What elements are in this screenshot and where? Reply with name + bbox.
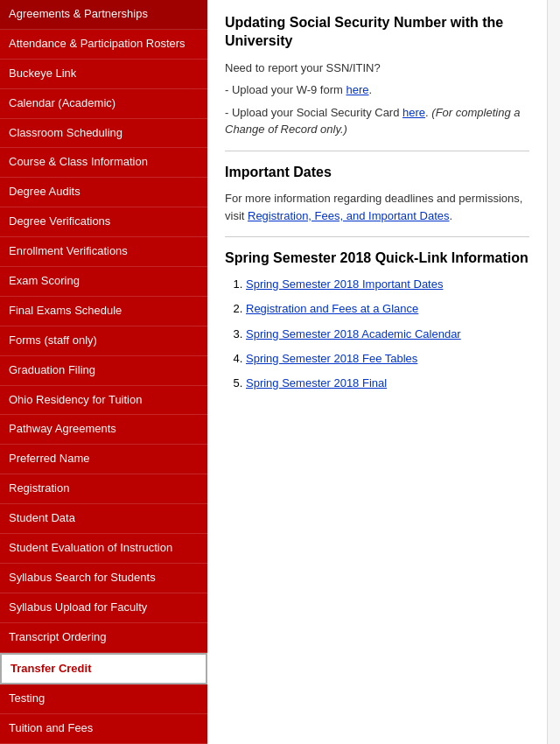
important-dates-paragraph: For more information regarding deadlines…: [225, 190, 529, 224]
sidebar-item-transcript-ordering[interactable]: Transcript Ordering: [0, 623, 207, 653]
link-1-link[interactable]: Spring Semester 2018 Important Dates: [246, 277, 443, 291]
sidebar-item-degree-verifications[interactable]: Degree Verifications: [0, 207, 207, 237]
w9-link[interactable]: here: [346, 83, 368, 96]
list-item: Spring Semester 2018 Final: [246, 376, 529, 391]
ssn-bullet-1: - Upload your W-9 form here.: [225, 81, 529, 99]
sidebar-item-agreements-partnerships[interactable]: Agreements & Partnerships: [0, 0, 207, 30]
link-4-link[interactable]: Spring Semester 2018 Fee Tables: [246, 352, 417, 365]
sidebar-item-exam-scoring[interactable]: Exam Scoring: [0, 267, 207, 297]
ssc-note: (For completing a Change of Record only.…: [225, 106, 520, 137]
sidebar: Agreements & PartnershipsAttendance & Pa…: [0, 0, 207, 744]
divider-2: [225, 236, 529, 237]
sidebar-item-student-evaluation[interactable]: Student Evaluation of Instruction: [0, 534, 207, 564]
sidebar-item-syllabus-search-students[interactable]: Syllabus Search for Students: [0, 564, 207, 593]
sidebar-item-syllabus-upload-faculty[interactable]: Syllabus Upload for Faculty: [0, 593, 207, 623]
list-item: Spring Semester 2018 Important Dates: [246, 277, 529, 292]
list-item: Registration and Fees at a Glance: [246, 301, 529, 317]
sidebar-item-ohio-residency[interactable]: Ohio Residency for Tuition: [0, 386, 207, 416]
ssc-link[interactable]: here: [402, 106, 425, 119]
sidebar-item-pathway-agreements[interactable]: Pathway Agreements: [0, 415, 207, 445]
right-panel: [547, 0, 560, 744]
sidebar-item-degree-audits[interactable]: Degree Audits: [0, 178, 207, 207]
ssn-title: Updating Social Security Number with the…: [225, 14, 529, 51]
ssn-paragraph: Need to report your SSN/ITIN?: [225, 60, 529, 77]
important-dates-title: Important Dates: [225, 164, 529, 182]
sidebar-item-final-exams-schedule[interactable]: Final Exams Schedule: [0, 297, 207, 326]
ssn-section: Updating Social Security Number with the…: [225, 14, 529, 138]
page-layout: Agreements & PartnershipsAttendance & Pa…: [0, 0, 560, 744]
sidebar-item-enrollment-verifications[interactable]: Enrollment Verifications: [0, 237, 207, 267]
sidebar-item-graduation-filing[interactable]: Graduation Filing: [0, 356, 207, 386]
link-5-link[interactable]: Spring Semester 2018 Final: [246, 376, 387, 390]
sidebar-item-testing[interactable]: Testing: [0, 684, 207, 714]
quick-links-section: Spring Semester 2018 Quick-Link Informat…: [225, 249, 529, 391]
sidebar-item-attendance-participation[interactable]: Attendance & Participation Rosters: [0, 30, 207, 60]
sidebar-item-student-data[interactable]: Student Data: [0, 504, 207, 534]
sidebar-item-transfer-credit[interactable]: Transfer Credit: [0, 653, 207, 685]
sidebar-item-preferred-name[interactable]: Preferred Name: [0, 445, 207, 474]
link-2-link[interactable]: Registration and Fees at a Glance: [246, 302, 418, 315]
ssn-bullet-2: - Upload your Social Security Card here.…: [225, 104, 529, 138]
list-item: Spring Semester 2018 Fee Tables: [246, 351, 529, 367]
sidebar-item-tuition-fees[interactable]: Tuition and Fees: [0, 714, 207, 744]
important-dates-suffix: .: [450, 209, 453, 222]
sidebar-item-forms-staff-only[interactable]: Forms (staff only): [0, 326, 207, 356]
quick-links-list: Spring Semester 2018 Important DatesRegi…: [225, 277, 529, 391]
important-dates-section: Important Dates For more information reg…: [225, 164, 529, 225]
registration-fees-link[interactable]: Registration, Fees, and Important Dates: [248, 209, 450, 222]
sidebar-item-buckeye-link[interactable]: Buckeye Link: [0, 60, 207, 89]
main-content: Updating Social Security Number with the…: [207, 0, 547, 744]
sidebar-item-calendar-academic[interactable]: Calendar (Academic): [0, 89, 207, 119]
quick-links-title: Spring Semester 2018 Quick-Link Informat…: [225, 249, 529, 268]
link-3-link[interactable]: Spring Semester 2018 Academic Calendar: [246, 327, 461, 340]
list-item: Spring Semester 2018 Academic Calendar: [246, 326, 529, 342]
divider-1: [225, 151, 529, 151]
sidebar-item-classroom-scheduling[interactable]: Classroom Scheduling: [0, 119, 207, 149]
sidebar-item-registration[interactable]: Registration: [0, 474, 207, 504]
sidebar-item-course-class-information[interactable]: Course & Class Information: [0, 148, 207, 178]
